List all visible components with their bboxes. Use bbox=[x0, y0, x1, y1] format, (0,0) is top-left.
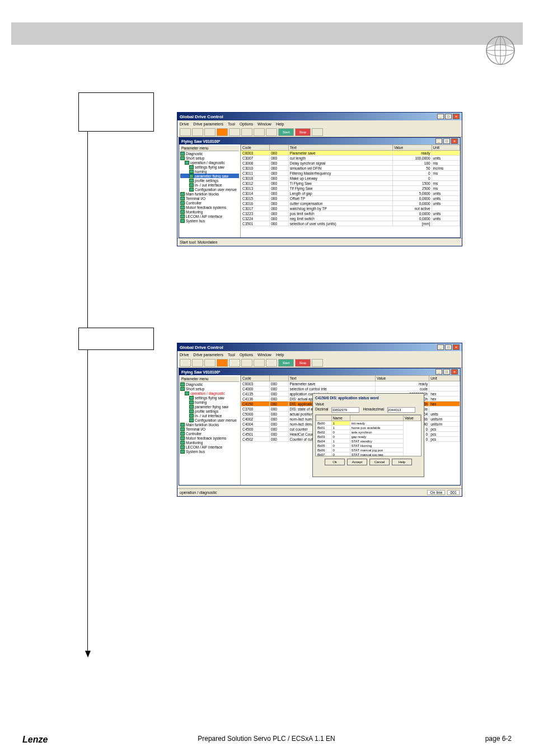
col-header[interactable] bbox=[270, 145, 289, 151]
help-button[interactable]: Help bbox=[392, 459, 412, 465]
table-row[interactable]: C3017000watchdog length by TPnot active bbox=[241, 206, 460, 211]
tb-5[interactable] bbox=[229, 128, 240, 136]
tree-item[interactable]: Short setup bbox=[180, 156, 239, 160]
tree-item[interactable]: parameter flying saw bbox=[180, 404, 239, 409]
tb-3[interactable] bbox=[204, 128, 216, 136]
menu-help[interactable]: Help bbox=[276, 353, 284, 357]
col-header[interactable]: Text bbox=[288, 145, 392, 151]
decimal-input[interactable] bbox=[331, 407, 359, 413]
tree-item[interactable]: System bus bbox=[180, 449, 239, 454]
tree-item[interactable]: operation / diagnostic bbox=[180, 391, 239, 395]
inner-max[interactable]: □ bbox=[443, 369, 450, 375]
close-button[interactable]: × bbox=[453, 344, 460, 350]
tree-item[interactable]: Monitoring bbox=[180, 209, 239, 214]
col-header[interactable] bbox=[270, 376, 288, 381]
tree-item[interactable]: Motor/ feedback systems bbox=[180, 205, 239, 209]
tree-item[interactable]: Terminal I/O bbox=[180, 427, 239, 431]
parameter-tree[interactable]: Parameter menu DiagnosticShort setupoper… bbox=[179, 375, 241, 485]
tree-item[interactable]: Configuration user menue bbox=[180, 187, 239, 192]
parameter-grid[interactable]: CodeTextValueUnitC0003000Parameter saver… bbox=[241, 144, 460, 237]
menu-tool[interactable]: Tool bbox=[228, 122, 235, 126]
tree-item[interactable]: in- / out interface bbox=[180, 183, 239, 187]
bit-row[interactable]: Bit041STAT standby bbox=[316, 439, 421, 444]
tb-9[interactable] bbox=[312, 128, 323, 136]
inner-close[interactable]: × bbox=[451, 369, 458, 375]
tree-item[interactable]: Diagnostic bbox=[180, 151, 239, 156]
tree-item[interactable]: System bus bbox=[180, 218, 239, 223]
minimize-button[interactable]: _ bbox=[437, 114, 444, 119]
table-row[interactable]: C3013000Tif Flying Saw2500ms bbox=[241, 186, 460, 191]
tb-5[interactable] bbox=[229, 359, 240, 367]
menu-tool[interactable]: Tool bbox=[228, 353, 235, 357]
tree-item[interactable]: settings flying saw bbox=[180, 395, 239, 400]
tree-item[interactable]: homing bbox=[180, 400, 239, 404]
tb-3[interactable] bbox=[204, 359, 216, 367]
minimize-button[interactable]: _ bbox=[437, 344, 444, 350]
tree-item[interactable]: parameter flying saw bbox=[180, 174, 239, 178]
tree-item[interactable]: Controller bbox=[180, 200, 239, 205]
accept-button[interactable]: Accept bbox=[347, 459, 367, 465]
tb-7[interactable] bbox=[254, 359, 265, 367]
tree-item[interactable]: profile settings bbox=[180, 409, 239, 413]
table-row[interactable]: C3012000Ti Flying Saw1500ms bbox=[241, 181, 460, 186]
tree-item[interactable]: Terminal I/O bbox=[180, 196, 239, 200]
col-header[interactable]: Code bbox=[241, 145, 270, 151]
maximize-button[interactable]: □ bbox=[445, 114, 452, 119]
bit-row[interactable]: Bit060STAT manual jog pos bbox=[316, 448, 421, 452]
tb-9[interactable] bbox=[312, 359, 323, 367]
tb-8[interactable] bbox=[266, 128, 277, 136]
bit-row[interactable]: Bit011home pos available bbox=[316, 426, 421, 430]
titlebar[interactable]: Global Drive Control _ □ × bbox=[177, 343, 462, 351]
bit-row[interactable]: Bit070STAT manual jog neg bbox=[316, 452, 421, 457]
tb-2[interactable] bbox=[192, 359, 203, 367]
table-row[interactable]: C3014000Length of gap5,0000units bbox=[241, 191, 460, 196]
menu-drive[interactable]: Drive bbox=[180, 353, 189, 357]
table-row[interactable]: C3011000Filtering Masterfrequency0ms bbox=[241, 171, 460, 176]
table-row[interactable]: C3501000selection of user units (units)[… bbox=[241, 221, 460, 226]
tree-item[interactable]: Controller bbox=[180, 431, 239, 436]
tree-item[interactable]: LECOM / AIF interface bbox=[180, 445, 239, 449]
col-header[interactable]: Unit bbox=[432, 145, 460, 151]
parameter-tree[interactable]: Parameter menu DiagnosticShort setupoper… bbox=[179, 144, 241, 237]
inner-max[interactable]: □ bbox=[443, 138, 450, 144]
menu-window[interactable]: Window bbox=[257, 122, 271, 126]
inner-min[interactable]: _ bbox=[435, 138, 442, 144]
cancel-button[interactable]: Cancel bbox=[369, 459, 390, 465]
table-row[interactable]: C0003000Parameter saveready bbox=[241, 381, 460, 386]
tb-6[interactable] bbox=[241, 359, 252, 367]
tree-item[interactable]: Motor/ feedback systems bbox=[180, 436, 239, 440]
tree-item[interactable]: settings flying saw bbox=[180, 165, 239, 169]
tree-item[interactable]: profile settings bbox=[180, 178, 239, 183]
inner-titlebar[interactable]: Flying Saw V010100* _ □ × bbox=[179, 368, 460, 375]
tb-1[interactable] bbox=[180, 359, 191, 367]
bit-grid[interactable]: NameValueBit001init readyBit011home pos … bbox=[315, 414, 421, 456]
col-header[interactable]: Value bbox=[376, 376, 429, 381]
ok-button[interactable]: Ok bbox=[325, 459, 345, 465]
tb-4[interactable] bbox=[217, 359, 228, 367]
hex-input[interactable] bbox=[387, 407, 415, 413]
table-row[interactable]: C4000000selection of control intecode bbox=[241, 386, 460, 391]
stop-button[interactable]: Stop bbox=[295, 128, 311, 136]
bit-row[interactable]: Bit001init ready bbox=[316, 421, 421, 426]
tb-1[interactable] bbox=[180, 128, 191, 136]
start-button[interactable]: Start bbox=[278, 359, 294, 367]
table-row[interactable]: C3007000cut length100,0000units bbox=[241, 156, 460, 161]
titlebar[interactable]: Global Drive Control _ □ × bbox=[177, 113, 462, 120]
tree-item[interactable]: in- / out interface bbox=[180, 413, 239, 418]
bit-row[interactable]: Bit020axle synchron bbox=[316, 430, 421, 435]
tb-8[interactable] bbox=[266, 359, 277, 367]
tree-item[interactable]: Monitoring bbox=[180, 440, 239, 445]
tree-item[interactable]: Diagnostic bbox=[180, 382, 239, 386]
bit-row[interactable]: Bit030gap ready bbox=[316, 435, 421, 439]
maximize-button[interactable]: □ bbox=[445, 344, 452, 350]
inner-min[interactable]: _ bbox=[435, 369, 442, 375]
table-row[interactable]: C0003000Parameter saveready bbox=[241, 151, 460, 156]
tree-item[interactable]: LECOM / AIF interface bbox=[180, 214, 239, 218]
col-header[interactable]: Code bbox=[241, 376, 270, 381]
menu-options[interactable]: Options bbox=[240, 122, 253, 126]
table-row[interactable]: C3008000Delay synchron signal180ms bbox=[241, 161, 460, 166]
tree-item[interactable]: Short setup bbox=[180, 386, 239, 391]
col-header[interactable]: Unit bbox=[429, 376, 460, 381]
stop-button[interactable]: Stop bbox=[295, 359, 311, 367]
tb-4[interactable] bbox=[217, 128, 228, 136]
